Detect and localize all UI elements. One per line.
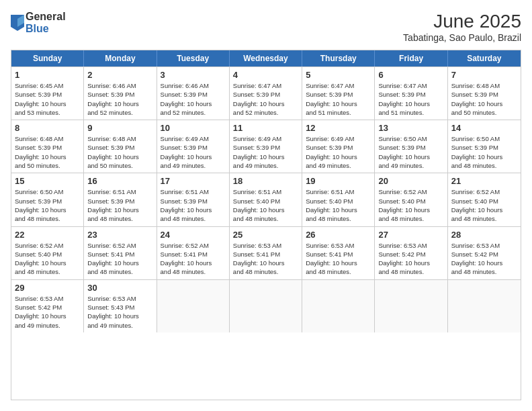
logo-general-text: General bbox=[26, 11, 66, 23]
table-row: 3Sunrise: 6:46 AM Sunset: 5:39 PM Daylig… bbox=[157, 67, 230, 120]
day-info: Sunrise: 6:45 AM Sunset: 5:39 PM Dayligh… bbox=[15, 81, 80, 117]
day-info: Sunrise: 6:53 AM Sunset: 5:41 PM Dayligh… bbox=[306, 241, 371, 277]
table-row bbox=[157, 280, 230, 332]
table-row: 29Sunrise: 6:53 AM Sunset: 5:42 PM Dayli… bbox=[11, 280, 84, 332]
header-wednesday: Wednesday bbox=[230, 50, 302, 66]
day-number: 26 bbox=[306, 230, 371, 240]
page: General Blue June 2025 Tabatinga, Sao Pa… bbox=[0, 0, 532, 411]
day-info: Sunrise: 6:51 AM Sunset: 5:39 PM Dayligh… bbox=[87, 187, 152, 223]
table-row: 17Sunrise: 6:51 AM Sunset: 5:39 PM Dayli… bbox=[157, 173, 230, 226]
day-info: Sunrise: 6:52 AM Sunset: 5:40 PM Dayligh… bbox=[451, 187, 517, 223]
week-row-5: 29Sunrise: 6:53 AM Sunset: 5:42 PM Dayli… bbox=[11, 279, 521, 332]
day-number: 25 bbox=[233, 230, 298, 240]
day-info: Sunrise: 6:50 AM Sunset: 5:39 PM Dayligh… bbox=[15, 187, 80, 223]
day-number: 13 bbox=[378, 123, 443, 133]
table-row: 2Sunrise: 6:46 AM Sunset: 5:39 PM Daylig… bbox=[84, 67, 157, 120]
day-number: 11 bbox=[233, 123, 298, 133]
week-row-1: 1Sunrise: 6:45 AM Sunset: 5:39 PM Daylig… bbox=[11, 66, 521, 120]
day-number: 29 bbox=[15, 283, 80, 293]
table-row: 5Sunrise: 6:47 AM Sunset: 5:39 PM Daylig… bbox=[302, 67, 375, 120]
day-info: Sunrise: 6:50 AM Sunset: 5:39 PM Dayligh… bbox=[451, 134, 517, 170]
header-saturday: Saturday bbox=[448, 50, 521, 66]
day-number: 2 bbox=[87, 70, 152, 80]
day-info: Sunrise: 6:52 AM Sunset: 5:40 PM Dayligh… bbox=[378, 187, 443, 223]
logo-text: General Blue bbox=[26, 11, 66, 35]
day-number: 23 bbox=[87, 230, 152, 240]
day-number: 16 bbox=[87, 176, 152, 186]
table-row: 13Sunrise: 6:50 AM Sunset: 5:39 PM Dayli… bbox=[375, 120, 447, 173]
day-info: Sunrise: 6:53 AM Sunset: 5:41 PM Dayligh… bbox=[233, 241, 298, 277]
table-row: 11Sunrise: 6:49 AM Sunset: 5:39 PM Dayli… bbox=[230, 120, 302, 173]
day-number: 18 bbox=[233, 176, 298, 186]
table-row: 21Sunrise: 6:52 AM Sunset: 5:40 PM Dayli… bbox=[448, 173, 521, 226]
day-number: 5 bbox=[306, 70, 371, 80]
header-sunday: Sunday bbox=[11, 50, 84, 66]
logo: General Blue bbox=[11, 11, 66, 35]
table-row: 18Sunrise: 6:51 AM Sunset: 5:40 PM Dayli… bbox=[230, 173, 302, 226]
day-number: 20 bbox=[378, 176, 443, 186]
day-info: Sunrise: 6:51 AM Sunset: 5:40 PM Dayligh… bbox=[306, 187, 371, 223]
day-info: Sunrise: 6:52 AM Sunset: 5:41 PM Dayligh… bbox=[161, 241, 226, 277]
table-row: 26Sunrise: 6:53 AM Sunset: 5:41 PM Dayli… bbox=[302, 227, 375, 279]
table-row: 1Sunrise: 6:45 AM Sunset: 5:39 PM Daylig… bbox=[11, 67, 84, 120]
table-row: 20Sunrise: 6:52 AM Sunset: 5:40 PM Dayli… bbox=[375, 173, 447, 226]
table-row: 23Sunrise: 6:52 AM Sunset: 5:41 PM Dayli… bbox=[84, 227, 157, 279]
day-number: 28 bbox=[451, 230, 517, 240]
day-number: 12 bbox=[306, 123, 371, 133]
day-info: Sunrise: 6:53 AM Sunset: 5:43 PM Dayligh… bbox=[87, 294, 152, 330]
header-thursday: Thursday bbox=[302, 50, 375, 66]
table-row bbox=[448, 280, 521, 332]
calendar: Sunday Monday Tuesday Wednesday Thursday… bbox=[11, 50, 521, 400]
calendar-body: 1Sunrise: 6:45 AM Sunset: 5:39 PM Daylig… bbox=[11, 66, 521, 332]
day-info: Sunrise: 6:46 AM Sunset: 5:39 PM Dayligh… bbox=[87, 81, 152, 117]
day-info: Sunrise: 6:53 AM Sunset: 5:42 PM Dayligh… bbox=[15, 294, 80, 330]
table-row: 8Sunrise: 6:48 AM Sunset: 5:39 PM Daylig… bbox=[11, 120, 84, 173]
month-title: June 2025 bbox=[403, 11, 521, 32]
day-info: Sunrise: 6:52 AM Sunset: 5:41 PM Dayligh… bbox=[87, 241, 152, 277]
logo-icon bbox=[11, 15, 24, 31]
day-number: 10 bbox=[161, 123, 226, 133]
day-number: 22 bbox=[15, 230, 80, 240]
table-row: 10Sunrise: 6:49 AM Sunset: 5:39 PM Dayli… bbox=[157, 120, 230, 173]
day-info: Sunrise: 6:48 AM Sunset: 5:39 PM Dayligh… bbox=[451, 81, 517, 117]
day-number: 9 bbox=[87, 123, 152, 133]
table-row: 24Sunrise: 6:52 AM Sunset: 5:41 PM Dayli… bbox=[157, 227, 230, 279]
table-row bbox=[375, 280, 447, 332]
table-row: 16Sunrise: 6:51 AM Sunset: 5:39 PM Dayli… bbox=[84, 173, 157, 226]
day-info: Sunrise: 6:53 AM Sunset: 5:42 PM Dayligh… bbox=[378, 241, 443, 277]
day-number: 1 bbox=[15, 70, 80, 80]
day-info: Sunrise: 6:51 AM Sunset: 5:39 PM Dayligh… bbox=[161, 187, 226, 223]
day-info: Sunrise: 6:47 AM Sunset: 5:39 PM Dayligh… bbox=[306, 81, 371, 117]
table-row: 27Sunrise: 6:53 AM Sunset: 5:42 PM Dayli… bbox=[375, 227, 447, 279]
day-number: 14 bbox=[451, 123, 517, 133]
day-number: 27 bbox=[378, 230, 443, 240]
day-info: Sunrise: 6:52 AM Sunset: 5:40 PM Dayligh… bbox=[15, 241, 80, 277]
day-number: 21 bbox=[451, 176, 517, 186]
day-info: Sunrise: 6:46 AM Sunset: 5:39 PM Dayligh… bbox=[161, 81, 226, 117]
day-info: Sunrise: 6:49 AM Sunset: 5:39 PM Dayligh… bbox=[306, 134, 371, 170]
day-number: 17 bbox=[161, 176, 226, 186]
table-row: 6Sunrise: 6:47 AM Sunset: 5:39 PM Daylig… bbox=[375, 67, 447, 120]
table-row: 19Sunrise: 6:51 AM Sunset: 5:40 PM Dayli… bbox=[302, 173, 375, 226]
day-number: 7 bbox=[451, 70, 517, 80]
table-row: 7Sunrise: 6:48 AM Sunset: 5:39 PM Daylig… bbox=[448, 67, 521, 120]
week-row-3: 15Sunrise: 6:50 AM Sunset: 5:39 PM Dayli… bbox=[11, 173, 521, 226]
day-number: 30 bbox=[87, 283, 152, 293]
table-row: 15Sunrise: 6:50 AM Sunset: 5:39 PM Dayli… bbox=[11, 173, 84, 226]
title-area: June 2025 Tabatinga, Sao Paulo, Brazil bbox=[403, 11, 521, 43]
table-row: 22Sunrise: 6:52 AM Sunset: 5:40 PM Dayli… bbox=[11, 227, 84, 279]
day-info: Sunrise: 6:53 AM Sunset: 5:42 PM Dayligh… bbox=[451, 241, 517, 277]
day-number: 3 bbox=[161, 70, 226, 80]
day-number: 8 bbox=[15, 123, 80, 133]
logo-blue-text: Blue bbox=[26, 23, 66, 35]
day-number: 4 bbox=[233, 70, 298, 80]
day-info: Sunrise: 6:49 AM Sunset: 5:39 PM Dayligh… bbox=[161, 134, 226, 170]
day-number: 24 bbox=[161, 230, 226, 240]
day-info: Sunrise: 6:47 AM Sunset: 5:39 PM Dayligh… bbox=[233, 81, 298, 117]
table-row: 30Sunrise: 6:53 AM Sunset: 5:43 PM Dayli… bbox=[84, 280, 157, 332]
table-row: 25Sunrise: 6:53 AM Sunset: 5:41 PM Dayli… bbox=[230, 227, 302, 279]
table-row: 12Sunrise: 6:49 AM Sunset: 5:39 PM Dayli… bbox=[302, 120, 375, 173]
header-monday: Monday bbox=[84, 50, 157, 66]
header: General Blue June 2025 Tabatinga, Sao Pa… bbox=[11, 11, 521, 43]
day-number: 6 bbox=[378, 70, 443, 80]
